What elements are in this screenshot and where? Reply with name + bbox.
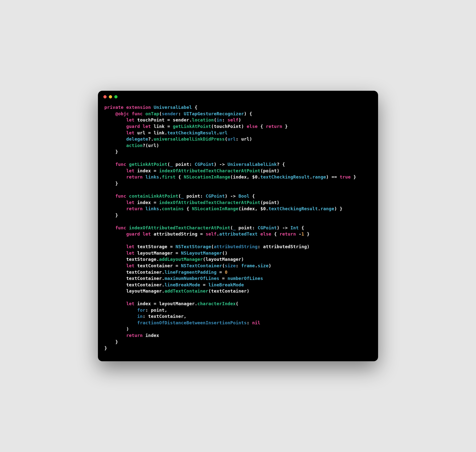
code-token: (touchPoint)	[211, 124, 246, 129]
code-token: (	[236, 301, 238, 306]
code-token: ? {	[277, 162, 285, 167]
code-token: )	[268, 263, 271, 268]
code-token	[126, 193, 129, 199]
stage: private extension UniversalLabel { @objc…	[0, 0, 476, 452]
code-token: )	[238, 117, 241, 122]
code-token: (textContainer)	[208, 288, 249, 294]
code-token	[104, 307, 137, 313]
code-token: =	[200, 282, 208, 287]
code-token: _	[170, 162, 173, 167]
code-token: }	[104, 149, 118, 154]
code-token: return	[266, 124, 282, 129]
code-token	[104, 301, 126, 306]
code-token: url	[219, 130, 228, 135]
code-token	[104, 320, 137, 325]
code-token: nil	[252, 320, 260, 325]
code-token	[104, 168, 126, 173]
code-token	[143, 174, 146, 180]
code-token: ) ==	[326, 174, 340, 180]
code-token: : textContainer,	[143, 314, 187, 319]
code-token: =	[217, 270, 225, 275]
code-token: 0	[225, 270, 228, 275]
code-token	[143, 111, 146, 116]
code-token: :	[247, 320, 252, 325]
code-token	[104, 225, 115, 230]
code-token: 1	[301, 231, 304, 237]
code-token: index = layoutManager.	[134, 301, 197, 306]
code-token: else	[247, 124, 258, 129]
code-token: CGPoint	[195, 162, 214, 167]
code-token: ) }	[334, 206, 342, 211]
code-token: NSLocationInRange	[184, 174, 230, 180]
code-token: ?.	[148, 136, 154, 142]
code-token: return	[279, 231, 296, 237]
code-token	[104, 200, 126, 205]
code-token: {	[299, 225, 304, 230]
code-token: CGPoint	[258, 225, 277, 230]
code-token	[104, 314, 137, 319]
code-token	[104, 174, 126, 180]
code-token: let	[143, 231, 151, 237]
code-token: attributedString	[214, 244, 258, 249]
code-token: point:	[173, 162, 195, 167]
code-token: {	[271, 231, 279, 237]
code-token: }	[104, 181, 118, 186]
code-token: contains	[162, 206, 184, 211]
code-token: let	[126, 200, 134, 205]
code-token: characterIndex	[197, 301, 236, 306]
code-token: private	[104, 105, 123, 110]
code-token: _	[181, 193, 184, 199]
code-token: attributedString =	[151, 231, 206, 237]
code-token: let	[126, 244, 134, 249]
code-token: .	[255, 263, 258, 268]
code-token: (point)	[260, 200, 279, 205]
code-token: indexOfAttributedTextCharacterAtPoint	[159, 200, 260, 205]
code-token: .	[217, 130, 219, 135]
code-token: : point,	[146, 307, 167, 313]
zoom-icon[interactable]	[114, 95, 118, 98]
code-token: : attributedString)	[258, 244, 310, 249]
code-token: lineFragmentPadding	[165, 270, 217, 275]
code-token: }	[304, 231, 310, 237]
code-token: let	[126, 168, 134, 173]
code-token: @objc	[115, 111, 129, 116]
code-token: :	[236, 263, 241, 268]
code-token: url = link.	[134, 130, 167, 135]
code-token: }	[282, 124, 288, 129]
code-token	[258, 231, 260, 237]
code-token: textCheckingResult	[167, 130, 217, 135]
code-token: Int	[291, 225, 299, 230]
code-token: maximumNumberOfLines	[165, 276, 219, 281]
code-token: -	[296, 231, 301, 237]
minimize-icon[interactable]	[109, 95, 112, 98]
code-token: addLayoutManager	[159, 257, 203, 262]
close-icon[interactable]	[103, 95, 107, 98]
code-token: guard	[126, 231, 140, 237]
code-token: sender	[162, 111, 178, 116]
code-token: (	[167, 162, 170, 167]
code-token: indexOfAttributedTextCharacterAtPoint	[159, 168, 260, 173]
code-token: {	[176, 174, 184, 180]
code-token: (	[214, 117, 217, 122]
code-token: :	[222, 117, 228, 122]
code-token: size	[225, 263, 236, 268]
code-token: (index, $0.	[238, 206, 268, 211]
code-token	[104, 130, 126, 135]
code-token: let	[143, 124, 151, 129]
code-token: first	[162, 174, 176, 180]
code-token: addTextContainer	[165, 288, 208, 294]
code-token: .	[159, 174, 162, 180]
code-token: ) {	[244, 111, 252, 116]
code-token: (	[230, 225, 233, 230]
code-token: func	[115, 162, 126, 167]
code-token: textCheckingResult	[268, 206, 318, 211]
code-token: (point)	[260, 168, 279, 173]
code-token: return	[126, 174, 143, 180]
code-token	[104, 231, 126, 237]
code-token: self	[228, 117, 238, 122]
code-token: {	[249, 193, 255, 199]
code-token: (index, $0.	[230, 174, 260, 180]
code-token: }	[351, 174, 356, 180]
code-token: extension	[126, 105, 151, 110]
code-token: let	[126, 250, 134, 256]
